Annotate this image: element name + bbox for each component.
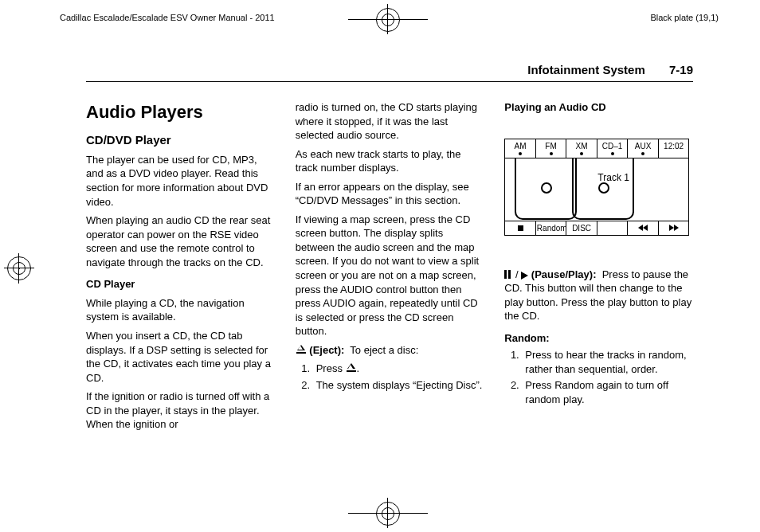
column-1: Audio Players CD/DVD Player The player c…: [86, 94, 275, 436]
manual-page: Cadillac Escalade/Escalade ESV Owner Man…: [0, 0, 760, 532]
list-item: Press Random again to turn off random pl…: [522, 378, 693, 406]
radio-display-illustration: AM FM XM CD–1 AUX 12:02 Track 1 Random D…: [504, 139, 689, 236]
random-soft-key: Random: [535, 221, 566, 235]
plate-label: Black plate (19,1): [650, 12, 719, 24]
body-text: As each new track starts to play, the tr…: [296, 147, 484, 175]
play-icon: [521, 272, 528, 280]
pause-play-line: / (Pause/Play): Press to pause the CD. T…: [504, 268, 693, 323]
list-item: Press to hear the tracks in random, rath…: [522, 348, 693, 376]
tab-am: AM: [505, 139, 535, 158]
body-text: If an error appears on the display, see …: [296, 180, 484, 208]
subhead-cd-player: CD Player: [86, 277, 275, 291]
pause-icon: [504, 270, 507, 279]
section-title: Infotainment System: [527, 63, 645, 76]
list-item: The system displays “Ejecting Disc”.: [313, 378, 484, 393]
body-text: radio is turned on, the CD starts playin…: [296, 100, 484, 143]
eject-icon: [346, 363, 357, 373]
body-text: When playing an audio CD the rear seat o…: [86, 213, 275, 269]
body-text: When you insert a CD, the CD tab display…: [86, 329, 275, 385]
column-3: Playing an Audio CD AM FM XM CD–1 AUX 12…: [504, 94, 693, 436]
display-bottom-row: Random DISC: [505, 221, 688, 235]
fast-forward-soft-key: [658, 221, 689, 235]
tab-fm: FM: [535, 139, 566, 158]
list-item: Press .: [313, 362, 484, 376]
body-text: If the ignition or radio is turned off w…: [86, 389, 275, 432]
body-text: The player can be used for CD, MP3, and …: [86, 153, 275, 209]
crop-mark-bottom: [348, 497, 428, 529]
subhead-playing-audio-cd: Playing an Audio CD: [504, 100, 693, 115]
clock: 12:02: [658, 139, 689, 158]
display-middle: Track 1: [505, 158, 688, 221]
tab-aux: AUX: [627, 139, 658, 158]
display-top-row: AM FM XM CD–1 AUX 12:02: [505, 139, 688, 158]
eject-steps: Press . The system displays “Ejecting Di…: [296, 362, 484, 392]
print-header: Cadillac Escalade/Escalade ESV Owner Man…: [60, 12, 719, 24]
running-head: Infotainment System 7-19: [86, 62, 693, 82]
tab-cd1: CD–1: [597, 139, 628, 158]
crop-mark-left: [3, 252, 35, 284]
random-steps: Press to hear the tracks in random, rath…: [504, 348, 693, 406]
h2-cd-dvd-player: CD/DVD Player: [86, 132, 275, 148]
random-heading: Random:: [504, 331, 693, 346]
text: To eject a disc:: [350, 344, 418, 356]
h1-audio-players: Audio Players: [86, 100, 275, 124]
label: (Pause/Play):: [531, 268, 597, 280]
content-columns: Audio Players CD/DVD Player The player c…: [86, 94, 693, 436]
manual-title: Cadillac Escalade/Escalade ESV Owner Man…: [60, 12, 275, 24]
stop-icon: [518, 225, 523, 231]
cd-graphic-left: [515, 158, 577, 220]
eject-icon: [296, 345, 307, 354]
eject-line: (Eject): To eject a disc:: [296, 343, 484, 358]
empty-soft-key: [597, 221, 628, 235]
label: (Eject):: [309, 344, 344, 356]
body-text: While playing a CD, the navigation syste…: [86, 296, 275, 324]
pause-icon: [508, 270, 511, 279]
cd-graphic-right: [572, 158, 634, 220]
stop-soft-key: [505, 221, 535, 235]
tab-xm: XM: [566, 139, 597, 158]
track-label: Track 1: [597, 173, 629, 182]
rewind-soft-key: [627, 221, 658, 235]
section-page-number: 7-19: [669, 63, 693, 76]
body-text: If viewing a map screen, press the CD sc…: [296, 213, 484, 338]
column-2: radio is turned on, the CD starts playin…: [296, 94, 484, 436]
disc-soft-key: DISC: [566, 221, 597, 235]
